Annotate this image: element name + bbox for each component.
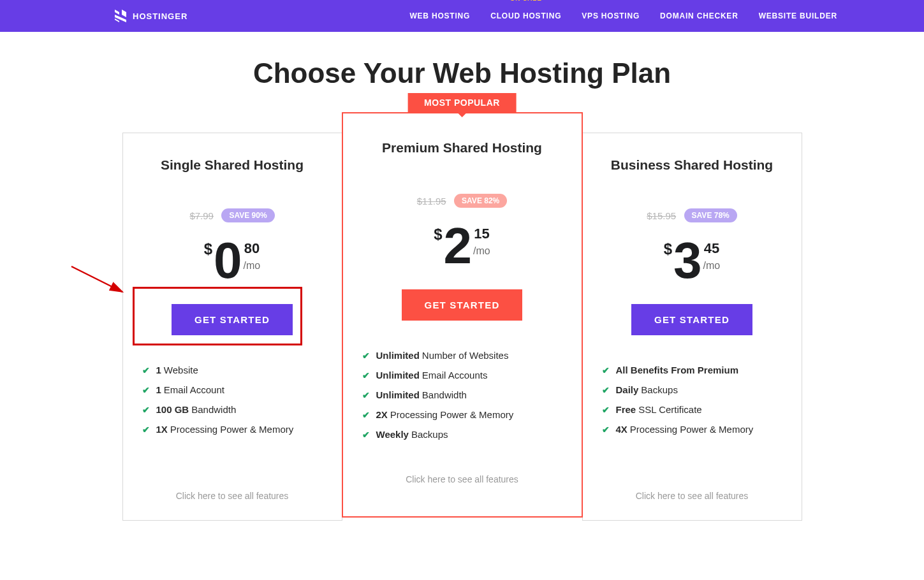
feature-item: ✔2XProcessing Power & Memory <box>362 409 562 420</box>
feature-text: Email Account <box>164 384 224 395</box>
see-all-features-link[interactable]: Click here to see all features <box>142 491 323 501</box>
check-icon: ✔ <box>362 351 370 361</box>
price-per: /mo <box>244 261 261 271</box>
old-price: $11.95 <box>417 196 446 207</box>
check-icon: ✔ <box>362 410 370 420</box>
old-price: $15.95 <box>647 210 676 221</box>
nav-website-builder[interactable]: WEBSITE BUILDER <box>749 0 847 32</box>
currency: $ <box>664 242 672 257</box>
feature-text: Processing Power & Memory <box>630 424 753 435</box>
feature-bold: Daily <box>616 384 639 395</box>
feature-text: Number of Websites <box>422 350 509 361</box>
plan-single: Single Shared Hosting $7.99 SAVE 90% $ 0… <box>122 133 342 521</box>
feature-item: ✔UnlimitedBandwidth <box>362 389 562 400</box>
see-all-features-link[interactable]: Click here to see all features <box>602 491 782 501</box>
nav-label: DOMAIN CHECKER <box>660 11 738 20</box>
check-icon: ✔ <box>142 385 150 395</box>
feature-text: Bandwidth <box>191 404 236 415</box>
feature-item: ✔FreeSSL Certificate <box>602 404 782 415</box>
save-badge: SAVE 82% <box>454 194 507 208</box>
save-badge: SAVE 90% <box>221 208 274 222</box>
price-cents: 45 <box>703 242 721 256</box>
check-icon: ✔ <box>142 424 150 435</box>
nav-vps-hosting[interactable]: VPS HOSTING <box>571 0 650 32</box>
plan-premium: MOST POPULAR Premium Shared Hosting $11.… <box>342 112 583 518</box>
feature-item: ✔UnlimitedNumber of Websites <box>362 350 562 361</box>
plan-business: Business Shared Hosting $15.95 SAVE 78% … <box>582 133 802 521</box>
nav-label: WEBSITE BUILDER <box>759 11 837 20</box>
feature-bold: 1X <box>156 424 168 435</box>
feature-item: ✔100 GBBandwidth <box>142 404 323 415</box>
feature-bold: 100 GB <box>156 404 189 415</box>
brand-logo[interactable]: HOSTINGER <box>115 10 187 22</box>
check-icon: ✔ <box>362 370 370 381</box>
feature-text: SSL Certificate <box>638 404 702 415</box>
plan-name: Business Shared Hosting <box>602 157 782 173</box>
get-started-button[interactable]: GET STARTED <box>172 304 293 335</box>
feature-item: ✔4XProcessing Power & Memory <box>602 424 782 435</box>
feature-item: ✔WeeklyBackups <box>362 429 562 440</box>
feature-list: ✔UnlimitedNumber of Websites ✔UnlimitedE… <box>362 350 562 440</box>
check-icon: ✔ <box>602 385 610 395</box>
pricing-plans: Single Shared Hosting $7.99 SAVE 90% $ 0… <box>0 133 924 521</box>
check-icon: ✔ <box>602 424 610 435</box>
price-dollars: 3 <box>673 235 701 286</box>
nav-domain-checker[interactable]: DOMAIN CHECKER <box>650 0 749 32</box>
on-sale-badge: ON SALE <box>480 0 571 3</box>
save-badge: SAVE 78% <box>684 208 737 222</box>
price-dollars: 0 <box>214 235 241 286</box>
feature-text: Backups <box>641 384 678 395</box>
feature-bold: Free <box>616 404 636 415</box>
feature-bold: All Benefits From Premium <box>616 365 739 375</box>
brand-text: HOSTINGER <box>133 11 187 21</box>
feature-list: ✔All Benefits From Premium ✔DailyBackups… <box>602 365 782 435</box>
price: $ 3 45 /mo <box>602 235 782 286</box>
price-row: $11.95 SAVE 82% <box>362 194 562 208</box>
get-started-button[interactable]: GET STARTED <box>402 289 523 321</box>
price: $ 2 15 /mo <box>362 221 562 272</box>
currency: $ <box>204 242 212 257</box>
price-per: /mo <box>473 246 490 256</box>
price-cents: 80 <box>244 242 261 256</box>
plan-name: Single Shared Hosting <box>142 157 323 173</box>
feature-text: Backups <box>411 429 448 440</box>
hostinger-logo-icon <box>115 10 126 22</box>
feature-bold: Unlimited <box>376 350 420 361</box>
nav-label: CLOUD HOSTING <box>490 11 561 20</box>
price-cents: 15 <box>473 227 490 241</box>
check-icon: ✔ <box>602 405 610 415</box>
check-icon: ✔ <box>142 365 150 375</box>
feature-item: ✔UnlimitedEmail Accounts <box>362 370 562 381</box>
price-per: /mo <box>703 261 721 271</box>
currency: $ <box>434 227 442 242</box>
feature-item: ✔1XProcessing Power & Memory <box>142 424 323 435</box>
nav-web-hosting[interactable]: WEB HOSTING <box>399 0 480 32</box>
most-popular-badge: MOST POPULAR <box>407 93 517 112</box>
feature-text: Email Accounts <box>422 370 488 381</box>
feature-item: ✔1Email Account <box>142 384 323 395</box>
feature-text: Processing Power & Memory <box>170 424 293 435</box>
price-row: $7.99 SAVE 90% <box>142 208 323 222</box>
feature-bold: 2X <box>376 409 388 420</box>
feature-text: Processing Power & Memory <box>390 409 513 420</box>
check-icon: ✔ <box>142 405 150 415</box>
page-title: Choose Your Web Hosting Plan <box>0 57 924 89</box>
feature-text: Bandwidth <box>422 389 467 400</box>
header: HOSTINGER WEB HOSTING ON SALE CLOUD HOST… <box>0 0 924 32</box>
get-started-button[interactable]: GET STARTED <box>631 304 752 335</box>
feature-bold: 1 <box>156 384 161 395</box>
nav-cloud-hosting[interactable]: ON SALE CLOUD HOSTING <box>480 0 571 32</box>
feature-list: ✔1Website ✔1Email Account ✔100 GBBandwid… <box>142 365 323 435</box>
check-icon: ✔ <box>362 430 370 440</box>
feature-text: Website <box>164 365 198 375</box>
feature-bold: Unlimited <box>376 370 420 381</box>
feature-bold: Unlimited <box>376 389 420 400</box>
feature-bold: Weekly <box>376 429 409 440</box>
see-all-features-link[interactable]: Click here to see all features <box>362 474 562 484</box>
nav-label: WEB HOSTING <box>409 11 470 20</box>
price: $ 0 80 /mo <box>142 235 323 286</box>
check-icon: ✔ <box>362 390 370 400</box>
feature-bold: 4X <box>616 424 627 435</box>
feature-bold: 1 <box>156 365 161 375</box>
old-price: $7.99 <box>189 210 214 221</box>
